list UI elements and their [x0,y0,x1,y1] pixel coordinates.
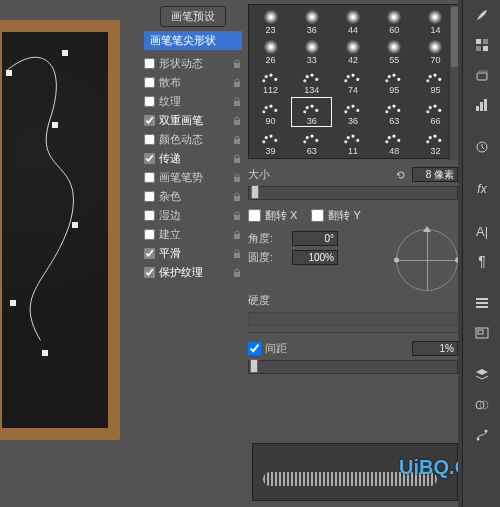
brush-thumb[interactable]: 36 [332,97,373,127]
option-3[interactable]: 双重画笔 [138,111,248,130]
spacing-label: 间距 [265,341,408,356]
brush-thumb[interactable]: 60 [374,6,415,36]
option-checkbox[interactable] [144,229,155,240]
brush-thumb[interactable]: 36 [291,97,332,127]
spacing-checkbox[interactable] [248,342,261,355]
anchor-point[interactable] [6,70,12,76]
flip-y-checkbox[interactable] [311,209,324,222]
lock-icon[interactable] [232,211,242,221]
lock-icon[interactable] [232,173,242,183]
anchor-point[interactable] [42,350,48,356]
lock-icon[interactable] [232,154,242,164]
svg-rect-21 [476,298,488,300]
levels-icon[interactable] [463,90,500,120]
option-checkbox[interactable] [144,77,155,88]
option-checkbox[interactable] [144,96,155,107]
anchor-point[interactable] [52,122,58,128]
brush-thumb[interactable]: 26 [250,36,291,66]
option-checkbox[interactable] [144,172,155,183]
properties-icon[interactable] [463,288,500,318]
brush-thumb[interactable]: 112 [250,66,291,96]
option-1[interactable]: 散布 [138,73,248,92]
option-11[interactable]: 保护纹理 [138,263,248,282]
anchor-point[interactable] [62,50,68,56]
brush-thumb[interactable]: 90 [250,97,291,127]
brush-thumb[interactable]: 42 [332,36,373,66]
option-checkbox[interactable] [144,191,155,202]
brush-thumb[interactable]: 63 [374,97,415,127]
svg-rect-1 [234,82,240,87]
svg-rect-16 [477,73,487,80]
brush-presets-button[interactable]: 画笔预设 [160,6,226,27]
option-label: 颜色动态 [159,132,228,147]
brush-thumb[interactable]: 36 [291,6,332,36]
option-checkbox[interactable] [144,115,155,126]
brush-preview-icon [300,71,324,85]
option-6[interactable]: 画笔笔势 [138,168,248,187]
brush-size-label: 66 [430,116,440,126]
brush-thumb[interactable]: 11 [332,127,373,157]
option-0[interactable]: 形状动态 [138,54,248,73]
angle-input[interactable] [292,231,338,246]
option-4[interactable]: 颜色动态 [138,130,248,149]
navigator-icon[interactable] [463,318,500,348]
lock-icon[interactable] [232,116,242,126]
lock-icon[interactable] [232,78,242,88]
option-checkbox[interactable] [144,210,155,221]
option-label: 纹理 [159,94,228,109]
brush-thumb[interactable]: 55 [374,36,415,66]
history-icon[interactable] [463,132,500,162]
lock-icon[interactable] [232,268,242,278]
lock-icon[interactable] [232,59,242,69]
svg-rect-11 [234,272,240,277]
option-checkbox[interactable] [144,248,155,259]
paragraph-icon[interactable]: ¶ [463,246,500,276]
brush-thumb[interactable]: 63 [291,127,332,157]
channels-icon[interactable] [463,390,500,420]
option-10[interactable]: 平滑 [138,244,248,263]
fx-icon[interactable]: fx [463,174,500,204]
character-icon[interactable]: A| [463,216,500,246]
option-9[interactable]: 建立 [138,225,248,244]
size-input[interactable] [412,167,458,182]
paths-icon[interactable] [463,420,500,450]
option-checkbox[interactable] [144,134,155,145]
reset-size-icon[interactable] [394,169,408,181]
lock-icon[interactable] [232,97,242,107]
brush-thumb[interactable]: 23 [250,6,291,36]
spacing-slider[interactable] [248,360,458,374]
lock-icon[interactable] [232,249,242,259]
flip-x-checkbox[interactable] [248,209,261,222]
brush-thumb[interactable]: 44 [332,6,373,36]
lock-icon[interactable] [232,230,242,240]
svg-rect-0 [234,63,240,68]
swatches-icon[interactable] [463,30,500,60]
brush-thumb[interactable]: 48 [374,127,415,157]
brush-thumb[interactable]: 74 [332,66,373,96]
size-slider[interactable] [248,186,458,200]
layers-icon[interactable] [463,360,500,390]
option-checkbox[interactable] [144,153,155,164]
option-5[interactable]: 传递 [138,149,248,168]
lock-icon[interactable] [232,135,242,145]
option-7[interactable]: 杂色 [138,187,248,206]
lock-icon[interactable] [232,192,242,202]
option-2[interactable]: 纹理 [138,92,248,111]
brush-thumb[interactable]: 134 [291,66,332,96]
roundness-input[interactable] [292,250,338,265]
brush-tip-shape-tab[interactable]: 画笔笔尖形状 [144,31,242,50]
option-checkbox[interactable] [144,267,155,278]
brush-preview-icon [264,10,278,24]
spacing-input[interactable] [412,341,458,356]
option-label: 散布 [159,75,228,90]
brush-thumb[interactable]: 33 [291,36,332,66]
clone-icon[interactable] [463,60,500,90]
anchor-point[interactable] [10,300,16,306]
option-checkbox[interactable] [144,58,155,69]
brush-thumb[interactable]: 95 [374,66,415,96]
option-8[interactable]: 湿边 [138,206,248,225]
angle-control[interactable] [396,229,458,291]
anchor-point[interactable] [72,222,78,228]
brush-icon[interactable] [463,0,500,30]
brush-thumb[interactable]: 39 [250,127,291,157]
